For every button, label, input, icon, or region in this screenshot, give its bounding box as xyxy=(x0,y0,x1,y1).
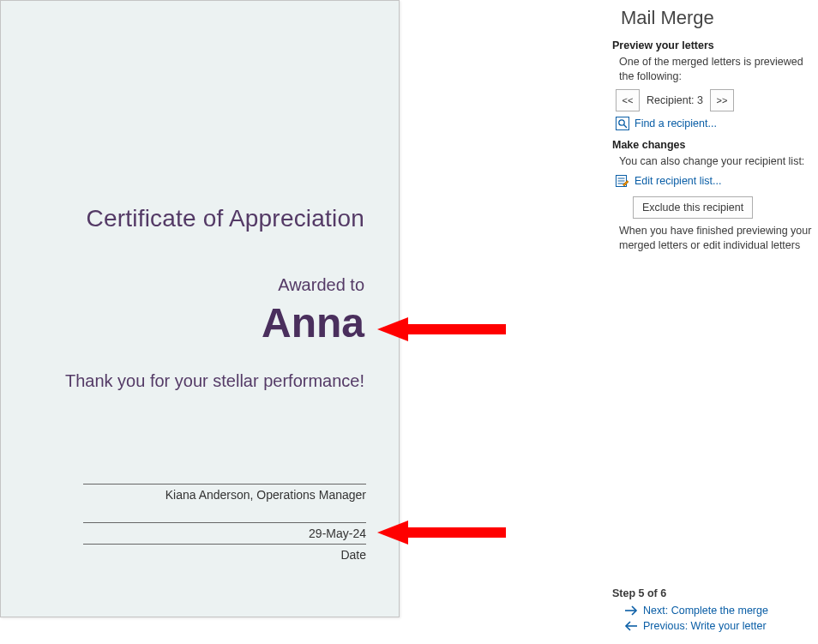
arrow-left-icon xyxy=(624,620,638,632)
awarded-to-label: Awarded to xyxy=(1,275,364,295)
exclude-recipient-button[interactable]: Exclude this recipient xyxy=(633,196,753,219)
recipient-counter: Recipient: 3 xyxy=(647,94,703,106)
prev-recipient-button[interactable]: << xyxy=(616,89,640,111)
search-icon xyxy=(616,117,629,130)
signer-text: Kiana Anderson, Operations Manager xyxy=(83,485,366,502)
next-step-label: Next: Complete the merge xyxy=(643,605,768,617)
preview-text: One of the merged letters is previewed t… xyxy=(607,55,818,84)
svg-rect-6 xyxy=(617,117,629,129)
svg-point-7 xyxy=(619,120,624,125)
edit-list-icon xyxy=(616,174,629,188)
preview-text-line2: the following: xyxy=(619,70,682,82)
finished-text-line2: merged letters or edit individual letter… xyxy=(619,239,800,251)
certificate-title: Certificate of Appreciation xyxy=(1,205,364,232)
document-area: Certificate of Appreciation Awarded to A… xyxy=(0,0,600,644)
edit-recipient-list-link[interactable]: Edit recipient list... xyxy=(616,174,818,188)
finished-text-line1: When you have finished previewing your xyxy=(619,225,811,237)
make-changes-text: You can also change your recipient list: xyxy=(607,154,818,169)
find-recipient-link[interactable]: Find a recipient... xyxy=(616,117,818,130)
svg-line-8 xyxy=(623,124,627,128)
edit-recipient-list-label: Edit recipient list... xyxy=(635,175,721,187)
preview-heading: Preview your letters xyxy=(607,36,818,55)
mail-merge-panel: Mail Merge Preview your letters One of t… xyxy=(607,0,818,644)
thank-you-text: Thank you for your stellar performance! xyxy=(1,371,364,391)
panel-title: Mail Merge xyxy=(607,0,818,36)
finished-preview-text: When you have finished previewing your m… xyxy=(607,224,818,253)
previous-step-link[interactable]: Previous: Write your letter xyxy=(612,618,818,634)
next-recipient-button[interactable]: >> xyxy=(710,89,734,111)
certificate-page: Certificate of Appreciation Awarded to A… xyxy=(0,0,400,617)
date-label: Date xyxy=(83,545,366,562)
step-counter: Step 5 of 6 xyxy=(612,584,818,603)
next-step-link[interactable]: Next: Complete the merge xyxy=(612,603,818,618)
recipient-name: Anna xyxy=(1,299,364,346)
make-changes-heading: Make changes xyxy=(607,135,818,154)
previous-step-label: Previous: Write your letter xyxy=(643,620,767,632)
date-value: 29-May-24 xyxy=(83,523,366,544)
preview-text-line1: One of the merged letters is previewed xyxy=(619,56,803,68)
arrow-right-icon xyxy=(624,605,638,617)
find-recipient-label: Find a recipient... xyxy=(635,117,717,129)
